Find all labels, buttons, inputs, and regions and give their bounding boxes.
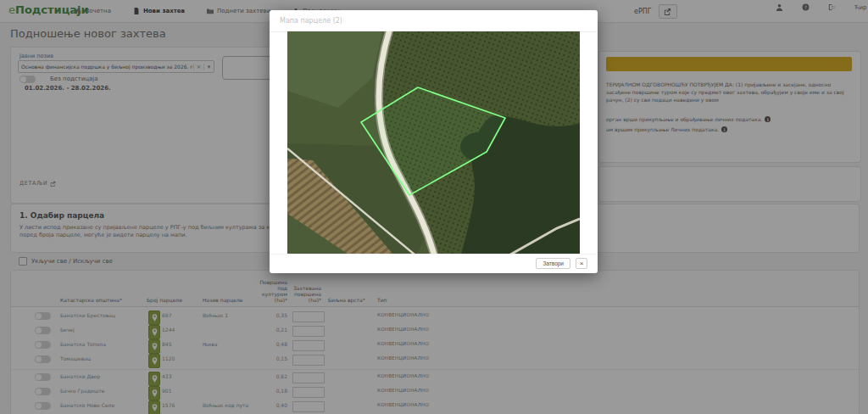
modal-footer: Затвори × [270,254,598,273]
app-root: еПодстицаји Почетна Нови захтев Поднети … [0,0,868,414]
aerial-map [287,31,580,255]
close-icon[interactable]: × [576,258,587,269]
close-button[interactable]: Затвори [536,258,570,269]
parcel-map-modal: Мапа парцеле (2) [270,10,598,273]
modal-title: Мапа парцеле (2) [280,17,342,25]
parcel-map-image[interactable] [287,31,580,255]
modal-header: Мапа парцеле (2) [270,10,598,32]
